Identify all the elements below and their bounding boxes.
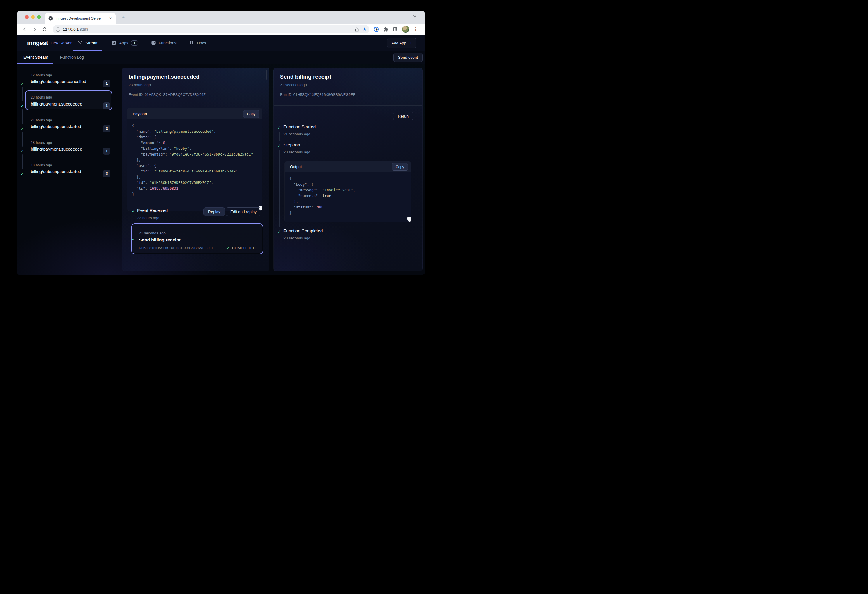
step-time: 20 seconds ago	[283, 236, 310, 240]
step-time: 20 seconds ago	[283, 150, 310, 154]
event-id: Event ID: 01H5SQK1S7HDESQ2C7VD8RX01Z	[128, 93, 206, 97]
code-square-icon	[111, 40, 116, 45]
check-icon: ✓	[21, 149, 25, 154]
extensions-puzzle-icon[interactable]	[384, 27, 388, 32]
event-detail-time: 23 hours ago	[128, 83, 151, 87]
output-box: Output Copy { "body": { "message": "Invo…	[284, 161, 411, 222]
output-header: Output Copy	[285, 161, 411, 172]
url-text[interactable]: 127.0.0.1:8288	[63, 27, 351, 32]
timeline-connector	[22, 109, 23, 124]
event-stream-list: ✓ 12 hours ago billing/subscription.canc…	[17, 64, 122, 275]
share-icon[interactable]	[354, 27, 359, 32]
run-status: ✓ COMPLETED	[226, 246, 256, 250]
browser-menu-icon[interactable]: ⋮	[413, 27, 418, 32]
timeline-connector	[22, 87, 23, 102]
timeline-connector	[279, 132, 280, 141]
send-event-button[interactable]: Send event	[393, 53, 422, 62]
copy-output-button[interactable]: Copy	[392, 163, 408, 171]
book-icon	[189, 40, 194, 45]
site-info-icon[interactable]: i	[56, 27, 60, 32]
run-card-time: 21 seconds ago	[139, 231, 166, 235]
tab-function-log[interactable]: Function Log	[60, 51, 84, 64]
code-square-icon	[151, 40, 156, 45]
event-detail-title: billing/payment.succeeded	[128, 74, 199, 80]
check-icon: ✓	[132, 237, 136, 241]
macos-fullscreen-button[interactable]	[37, 15, 41, 19]
payload-box: Payload Copy { "name": "billing/payment.…	[127, 108, 263, 211]
event-time: 18 hours ago	[31, 140, 52, 145]
nav-item-stream[interactable]: Stream	[77, 35, 99, 51]
timeline-connector	[22, 132, 23, 147]
scrollbar-thumb[interactable]	[266, 69, 267, 80]
timeline-connector	[22, 154, 23, 169]
function-run-card[interactable]: 21 seconds ago Send billing receipt Run …	[131, 223, 263, 254]
bookmark-star-icon[interactable]: ★	[363, 27, 366, 32]
payload-header: Payload Copy	[127, 108, 262, 119]
event-received-time: 23 hours ago	[137, 216, 159, 220]
nav-label: Docs	[197, 41, 206, 45]
sub-nav: Event Stream Function Log Send event	[17, 51, 425, 64]
event-name[interactable]: billing/payment.succeeded	[31, 102, 83, 106]
tab-title: Inngest Development Server	[56, 16, 108, 21]
run-detail-title: Send billing receipt	[280, 74, 331, 80]
edit-and-replay-button[interactable]: Edit and replay	[226, 207, 261, 216]
event-count-badge: 1	[103, 80, 111, 87]
event-name[interactable]: billing/subscription.cancelled	[31, 79, 86, 84]
tab-payload[interactable]: Payload	[133, 112, 147, 116]
payload-json[interactable]: { "name": "billing/payment.succeeded", "…	[127, 119, 262, 211]
reload-icon[interactable]	[41, 26, 47, 32]
browser-window: Inngest Development Server ✕ + i 127.0.0…	[17, 11, 425, 275]
check-icon: ✓	[278, 229, 282, 234]
nav-label: Stream	[85, 41, 99, 45]
step-label: Function Completed	[283, 228, 323, 233]
step-label: Function Started	[283, 124, 316, 129]
event-name[interactable]: billing/subscription.started	[31, 124, 81, 129]
nav-item-docs[interactable]: Docs	[189, 35, 206, 51]
copy-payload-button[interactable]: Copy	[243, 110, 259, 118]
browser-tab-strip: Inngest Development Server ✕ +	[17, 11, 425, 24]
back-icon[interactable]	[22, 26, 28, 32]
apps-count-badge: 1	[131, 40, 138, 46]
check-icon: ✓	[21, 171, 25, 176]
event-count-badge: 1	[103, 102, 111, 109]
nav-item-apps[interactable]: Apps 1	[111, 35, 138, 51]
rerun-button[interactable]: Rerun	[393, 112, 413, 120]
event-name[interactable]: billing/payment.succeeded	[31, 146, 83, 151]
browser-actions: ⋮	[373, 26, 418, 33]
nav-label: Apps	[119, 41, 128, 45]
inngest-dev-server-app: inngest Dev Server Stream Apps 1	[17, 35, 425, 275]
event-name[interactable]: billing/subscription.started	[31, 169, 81, 174]
nav-item-functions[interactable]: Functions	[151, 35, 177, 51]
check-icon: ✓	[132, 209, 136, 213]
side-panel-icon[interactable]	[393, 27, 398, 32]
output-json[interactable]: { "body": { "message": "Invoice sent", "…	[285, 172, 411, 222]
event-detail-panel: billing/payment.succeeded 23 hours ago E…	[122, 68, 269, 271]
run-detail-time: 21 seconds ago	[280, 83, 307, 87]
run-detail-panel: Send billing receipt 21 seconds ago Run …	[273, 68, 422, 271]
run-card-name: Send billing receipt	[139, 237, 181, 242]
event-time: 13 hours ago	[31, 163, 52, 167]
password-manager-icon[interactable]	[373, 27, 379, 32]
check-icon: ✓	[226, 246, 229, 250]
env-label: Dev Server	[50, 41, 72, 45]
new-tab-button[interactable]: +	[120, 14, 127, 21]
check-icon: ✓	[278, 125, 282, 130]
browser-tab[interactable]: Inngest Development Server ✕	[45, 13, 116, 24]
content-area: ✓ 12 hours ago billing/subscription.canc…	[17, 64, 425, 275]
forward-icon[interactable]	[32, 26, 37, 32]
run-card-run-id: Run ID: 01H5SQK1XEQ816X8GSB9WEG9EE	[139, 246, 214, 250]
macos-minimize-button[interactable]	[31, 15, 35, 19]
tab-search-chevron-icon[interactable]	[413, 14, 417, 18]
profile-avatar[interactable]	[402, 26, 409, 33]
tab-event-stream[interactable]: Event Stream	[17, 51, 48, 64]
tab-close-icon[interactable]: ✕	[108, 16, 113, 21]
add-app-button[interactable]: Add App+	[387, 38, 416, 48]
url-bar[interactable]: i 127.0.0.1:8288 ★	[53, 25, 369, 33]
replay-button[interactable]: Replay	[204, 207, 225, 216]
check-icon: ✓	[278, 143, 282, 148]
tab-output[interactable]: Output	[290, 165, 302, 169]
nav-items: Stream Apps 1 Functions	[77, 35, 206, 51]
check-icon: ✓	[21, 104, 25, 108]
macos-close-button[interactable]	[25, 15, 29, 19]
favicon-inngest-icon	[48, 16, 53, 21]
